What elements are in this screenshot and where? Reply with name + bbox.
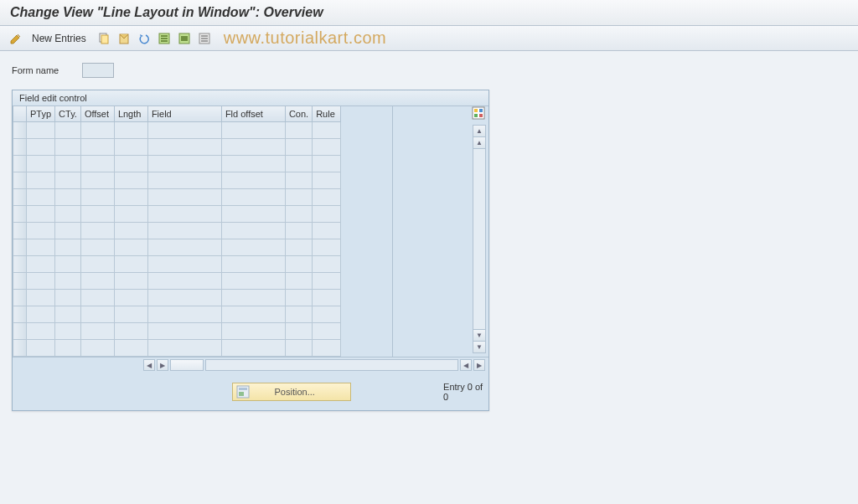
- cell-lngth[interactable]: [114, 222, 147, 239]
- cell-offset[interactable]: [80, 155, 114, 172]
- cell-rule[interactable]: [313, 255, 341, 272]
- table-config-icon[interactable]: [472, 106, 485, 120]
- cell-rule[interactable]: [313, 205, 341, 222]
- hscroll-left-icon[interactable]: ◀: [143, 359, 155, 371]
- cell-lngth[interactable]: [114, 172, 147, 188]
- col-cty[interactable]: CTy.: [55, 106, 81, 121]
- cell-lngth[interactable]: [114, 289, 147, 306]
- cell-lngth[interactable]: [114, 155, 147, 172]
- cell-con[interactable]: [285, 205, 312, 222]
- cell-offset[interactable]: [80, 289, 114, 306]
- cell-field[interactable]: [147, 339, 221, 356]
- cell-ptyp[interactable]: [27, 322, 55, 339]
- cell-con[interactable]: [285, 255, 312, 272]
- cell-offset[interactable]: [80, 322, 114, 339]
- cell-offset[interactable]: [80, 272, 114, 289]
- cell-field[interactable]: [147, 138, 221, 155]
- cell-fldoffset[interactable]: [221, 306, 285, 322]
- row-selector-header[interactable]: [13, 106, 27, 121]
- scroll-up2-icon[interactable]: ▲: [473, 137, 485, 149]
- cell-con[interactable]: [285, 138, 312, 155]
- cell-field[interactable]: [147, 322, 221, 339]
- cell-rule[interactable]: [313, 172, 341, 188]
- cell-rule[interactable]: [313, 272, 341, 289]
- cell-con[interactable]: [285, 239, 312, 255]
- cell-cty[interactable]: [55, 155, 81, 172]
- row-selector[interactable]: [13, 255, 27, 272]
- cell-offset[interactable]: [80, 222, 114, 239]
- cell-ptyp[interactable]: [27, 255, 55, 272]
- cell-fldoffset[interactable]: [221, 339, 285, 356]
- cell-fldoffset[interactable]: [221, 155, 285, 172]
- cell-con[interactable]: [285, 322, 312, 339]
- cell-cty[interactable]: [55, 272, 81, 289]
- cell-lngth[interactable]: [114, 272, 147, 289]
- cell-offset[interactable]: [80, 239, 114, 255]
- cell-con[interactable]: [285, 289, 312, 306]
- cell-field[interactable]: [147, 172, 221, 188]
- cell-cty[interactable]: [55, 121, 81, 138]
- cell-lngth[interactable]: [114, 205, 147, 222]
- cell-fldoffset[interactable]: [221, 255, 285, 272]
- cell-fldoffset[interactable]: [221, 138, 285, 155]
- cell-field[interactable]: [147, 272, 221, 289]
- cell-cty[interactable]: [55, 339, 81, 356]
- cell-rule[interactable]: [313, 188, 341, 205]
- row-selector[interactable]: [13, 155, 27, 172]
- col-fldoffset[interactable]: Fld offset: [221, 106, 285, 121]
- cell-offset[interactable]: [80, 339, 114, 356]
- scroll-track[interactable]: [473, 149, 485, 329]
- col-con[interactable]: Con.: [285, 106, 312, 121]
- row-selector[interactable]: [13, 222, 27, 239]
- form-name-input[interactable]: [82, 63, 114, 78]
- copy-icon[interactable]: [96, 31, 111, 46]
- cell-cty[interactable]: [55, 138, 81, 155]
- cell-field[interactable]: [147, 239, 221, 255]
- cell-fldoffset[interactable]: [221, 222, 285, 239]
- cell-field[interactable]: [147, 205, 221, 222]
- cell-rule[interactable]: [313, 322, 341, 339]
- cell-offset[interactable]: [80, 121, 114, 138]
- cell-ptyp[interactable]: [27, 306, 55, 322]
- cell-cty[interactable]: [55, 255, 81, 272]
- cell-offset[interactable]: [80, 205, 114, 222]
- scroll-up-icon[interactable]: ▲: [473, 126, 485, 137]
- position-button[interactable]: Position...: [232, 383, 352, 401]
- cell-fldoffset[interactable]: [221, 239, 285, 255]
- cell-offset[interactable]: [80, 188, 114, 205]
- new-entries-button[interactable]: New Entries: [32, 33, 86, 44]
- cell-cty[interactable]: [55, 322, 81, 339]
- cell-lngth[interactable]: [114, 188, 147, 205]
- cell-rule[interactable]: [313, 155, 341, 172]
- cell-ptyp[interactable]: [27, 339, 55, 356]
- col-ptyp[interactable]: PTyp: [27, 106, 55, 121]
- cell-field[interactable]: [147, 155, 221, 172]
- cell-con[interactable]: [285, 222, 312, 239]
- cell-field[interactable]: [147, 121, 221, 138]
- cell-lngth[interactable]: [114, 339, 147, 356]
- cell-fldoffset[interactable]: [221, 272, 285, 289]
- cell-rule[interactable]: [313, 306, 341, 322]
- cell-field[interactable]: [147, 188, 221, 205]
- hscroll-right-icon[interactable]: ▶: [157, 359, 168, 371]
- cell-field[interactable]: [147, 222, 221, 239]
- select-all-icon[interactable]: [157, 31, 172, 46]
- scroll-down-icon[interactable]: ▼: [473, 341, 485, 352]
- cell-rule[interactable]: [313, 339, 341, 356]
- col-rule[interactable]: Rule: [313, 106, 341, 121]
- cell-cty[interactable]: [55, 205, 81, 222]
- cell-field[interactable]: [147, 306, 221, 322]
- cell-fldoffset[interactable]: [221, 289, 285, 306]
- row-selector[interactable]: [13, 272, 27, 289]
- cell-fldoffset[interactable]: [221, 172, 285, 188]
- scroll-down2-icon[interactable]: ▼: [473, 329, 485, 341]
- cell-ptyp[interactable]: [27, 188, 55, 205]
- undo-icon[interactable]: [137, 31, 152, 46]
- row-selector[interactable]: [13, 239, 27, 255]
- row-selector[interactable]: [13, 205, 27, 222]
- cell-ptyp[interactable]: [27, 222, 55, 239]
- cell-ptyp[interactable]: [27, 172, 55, 188]
- cell-ptyp[interactable]: [27, 155, 55, 172]
- cell-rule[interactable]: [313, 239, 341, 255]
- row-selector[interactable]: [13, 339, 27, 356]
